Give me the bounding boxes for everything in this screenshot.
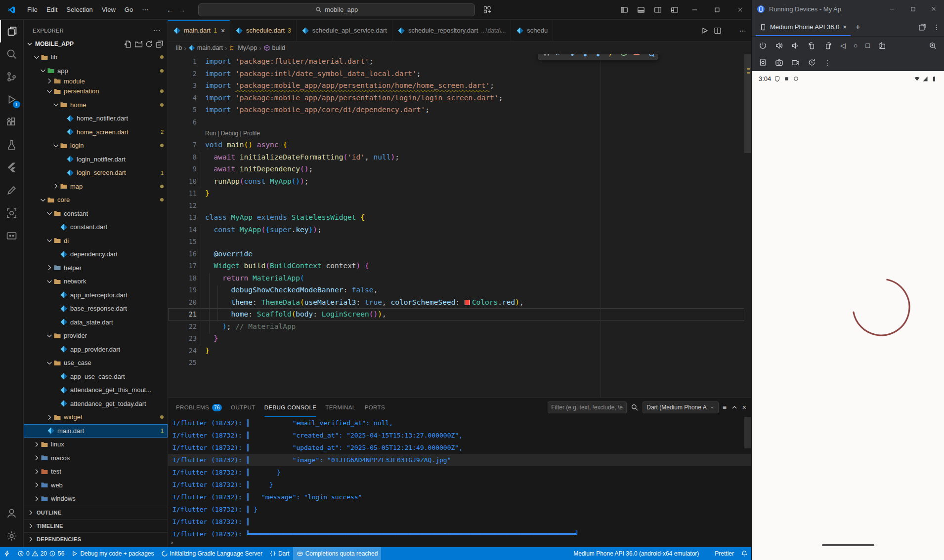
status-bell[interactable] [737, 547, 751, 560]
tree-item-persentation[interactable]: persentation [24, 84, 168, 98]
tree-item-home_notifier.dart[interactable]: home_notifier.dart [24, 112, 168, 125]
console-line[interactable]: I/flutter (18732): ╚════════════════════… [168, 528, 751, 540]
chevron-right-icon[interactable] [33, 468, 41, 476]
activitybar-pencil[interactable] [0, 179, 24, 201]
tree-item-map[interactable]: map [24, 180, 168, 194]
code-line-25[interactable]: 25 [168, 357, 751, 369]
panel-tab-output[interactable]: OUTPUT [231, 398, 256, 417]
code-line-7[interactable]: 7void main() async { [168, 139, 751, 151]
status-debug[interactable]: Debug my code + packages [68, 547, 157, 560]
command-center-search[interactable]: mobile_app [198, 3, 475, 16]
codelens-label[interactable]: Run | Debug | Profile [205, 130, 260, 137]
tree-item-provider[interactable]: provider [24, 329, 168, 343]
tree-item-network[interactable]: network [24, 275, 168, 288]
activitybar-flutter[interactable] [0, 156, 24, 179]
tree-item-constant[interactable]: constant [24, 207, 168, 221]
chevron-down-icon[interactable] [45, 359, 53, 367]
window-close-button[interactable] [729, 0, 751, 20]
section-dependencies[interactable]: DEPENDENCIES [24, 532, 168, 546]
continue-button[interactable] [554, 54, 565, 57]
chevron-down-icon[interactable] [52, 101, 60, 109]
activitybar-settings-gear[interactable] [0, 524, 24, 547]
tree-item-attendance_get_this_mout...[interactable]: attendance_get_this_mout... [24, 383, 168, 397]
console-line[interactable]: I/flutter (18732): ║ "updated_at": "2025… [168, 441, 751, 454]
code-line-17[interactable]: 17 Widget build(BuildContext context) { [168, 260, 751, 272]
tree-item-app_provider.dart[interactable]: app_provider.dart [24, 343, 168, 357]
section-outline[interactable]: OUTLINE [24, 506, 168, 519]
collapse-all-icon[interactable] [155, 40, 164, 48]
chevron-down-icon[interactable] [45, 209, 53, 217]
console-filter-input[interactable] [548, 401, 627, 413]
console-line[interactable]: I/flutter (18732): ║ [168, 516, 751, 528]
tree-item-home_screen.dart[interactable]: home_screen.dart2 [24, 125, 168, 139]
emu-maximize-button[interactable] [902, 0, 923, 18]
status-problems[interactable]: 02056 [14, 547, 68, 560]
status-completions[interactable]: Completions quota reached [293, 547, 382, 560]
hot-reload-button[interactable] [605, 54, 616, 57]
code-line-14[interactable]: 14 const MyApp({super.key}); [168, 224, 751, 236]
chevron-right-icon[interactable] [33, 454, 41, 462]
tree-item-module[interactable]: module [24, 78, 168, 84]
console-line[interactable]: I/flutter (18732): ║ "created_at": "2025… [168, 429, 751, 441]
emu-tab-kebab-icon[interactable]: ⋮ [933, 23, 940, 31]
device-screen[interactable]: 3:04 [752, 71, 944, 560]
stop-button[interactable] [631, 54, 642, 57]
breadcrumb-main.dart[interactable]: main.dart [188, 44, 223, 51]
panel-maximize-icon[interactable] [730, 403, 738, 411]
console-line[interactable]: I/flutter (18732): ║ } [168, 479, 751, 491]
code-line-16[interactable]: 16 @override [168, 248, 751, 260]
step-out-button[interactable] [593, 54, 603, 57]
nav-home-icon[interactable]: ○ [854, 41, 858, 49]
chevron-right-icon[interactable] [52, 182, 60, 190]
tab-schedu[interactable]: schedu [511, 20, 553, 41]
chevron-down-icon[interactable] [52, 142, 60, 150]
tree-item-home[interactable]: home [24, 98, 168, 112]
chevron-down-icon[interactable] [45, 278, 53, 285]
grip-button[interactable] [541, 54, 552, 57]
add-device-button[interactable]: + [856, 22, 860, 32]
volume-up-icon[interactable] [775, 41, 783, 50]
code-line-13[interactable]: 13class MyApp extends StatelessWidget { [168, 211, 751, 224]
kebab-icon[interactable]: ⋮ [824, 59, 831, 67]
console-line[interactable]: I/flutter (18732): ║ } [168, 503, 751, 516]
gesture-nav-pill[interactable] [822, 544, 874, 546]
step-over-button[interactable] [567, 54, 578, 57]
code-line-18[interactable]: 18 return MaterialApp( [168, 272, 751, 284]
code-line-6[interactable]: 6 [168, 116, 751, 128]
device-tab[interactable]: Medium Phone API 36.0 × [756, 18, 851, 36]
split-editor-icon[interactable] [714, 27, 722, 35]
panel-tab-terminal[interactable]: TERMINAL [325, 398, 355, 417]
tree-item-main.dart[interactable]: main.dart1 [24, 424, 168, 438]
tree-item-constant.dart[interactable]: constant.dart [24, 220, 168, 234]
activitybar-extensions[interactable] [0, 111, 24, 133]
tree-item-lib[interactable]: lib [24, 50, 168, 64]
profile-switcher-icon[interactable] [479, 3, 496, 17]
tree-item-di[interactable]: di [24, 234, 168, 248]
menu-overflow[interactable]: ⋯ [137, 4, 153, 15]
more-icon[interactable] [727, 27, 734, 35]
console-line[interactable]: I/flutter (18732): ║ "email_verified_at"… [168, 417, 751, 429]
panel-tab-ports[interactable]: PORTS [365, 398, 385, 417]
layout-secondary-button[interactable] [649, 3, 666, 17]
device-tab-close-icon[interactable]: × [843, 23, 847, 31]
color-swatch[interactable] [465, 300, 470, 305]
nav-back-icon[interactable]: ◁ [840, 41, 846, 49]
status-initializing[interactable]: Initializing Gradle Language Server [158, 547, 266, 560]
nav-recents-icon[interactable]: □ [865, 41, 869, 49]
explorer-more-actions[interactable]: ⋯ [153, 26, 161, 35]
emu-minimize-button[interactable] [882, 0, 902, 18]
tree-item-core[interactable]: core [24, 193, 168, 207]
tab-schedule_repository.dart[interactable]: schedule_repository.dart...\data\... [392, 20, 511, 41]
tree-item-web[interactable]: web [24, 479, 168, 492]
chevron-down-icon[interactable] [39, 67, 47, 75]
tree-item-dependency.dart[interactable]: dependency.dart [24, 247, 168, 261]
code-line-4[interactable]: 4import 'package:mobile_app/app/persenta… [168, 92, 751, 104]
menu-view[interactable]: View [97, 4, 120, 15]
code-line-23[interactable]: 23 } [168, 332, 751, 345]
code-line-15[interactable]: 15 [168, 236, 751, 248]
code-line-21[interactable]: 21 home: Scaffold(body: LoginScreen()), [168, 308, 751, 320]
activitybar-comments-card[interactable] [0, 224, 24, 247]
rotate-left-icon[interactable] [808, 41, 816, 50]
code-editor[interactable]: 1import 'package:flutter/material.dart';… [168, 54, 751, 398]
new-file-icon[interactable] [124, 40, 132, 48]
